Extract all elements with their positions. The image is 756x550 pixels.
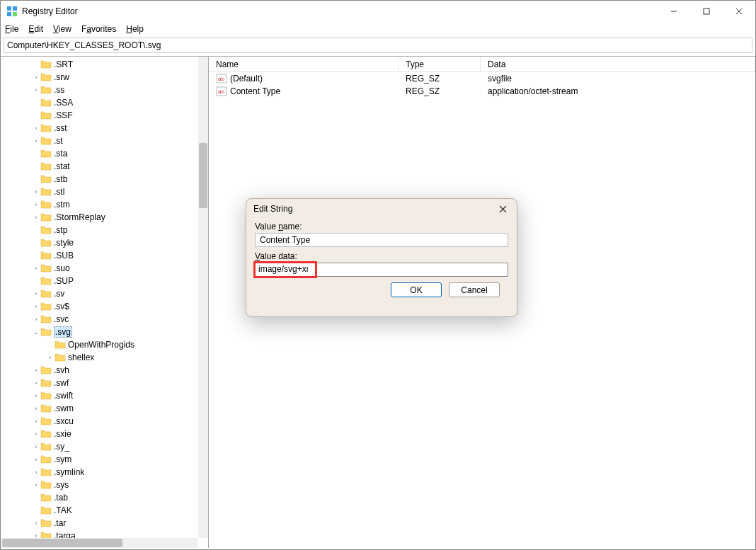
expander-icon[interactable]: ›	[32, 74, 40, 81]
expander-icon[interactable]	[32, 150, 40, 157]
expander-icon[interactable]: ›	[32, 188, 40, 195]
expander-icon[interactable]	[32, 277, 40, 285]
tree-item[interactable]: ›.svc	[6, 313, 208, 326]
tree-item[interactable]: ›.swf	[6, 377, 208, 389]
expander-icon[interactable]	[32, 112, 40, 119]
menu-help[interactable]: Help	[126, 24, 144, 34]
tree-item[interactable]: ›.st	[6, 134, 208, 147]
tree-item[interactable]: ›.sst	[6, 122, 208, 134]
tree-item-label: .svh	[54, 365, 69, 375]
tree-item[interactable]: .SUB	[6, 249, 208, 262]
expander-icon[interactable]: ›	[32, 125, 40, 132]
expander-icon[interactable]: ›	[32, 481, 40, 488]
menu-edit[interactable]: Edit	[28, 24, 43, 34]
expander-icon[interactable]	[32, 494, 40, 501]
vertical-scrollbar[interactable]	[198, 57, 208, 538]
tree-item[interactable]: ›.sys	[6, 479, 208, 491]
tree-item[interactable]: ›.symlink	[6, 466, 208, 479]
tree-item[interactable]: OpenWithProgids	[6, 338, 208, 351]
expander-icon[interactable]: ›	[32, 392, 40, 399]
folder-icon	[40, 225, 52, 235]
tree-item[interactable]: .SRT	[6, 58, 208, 71]
tree-item[interactable]: .style	[6, 236, 208, 249]
tree-item[interactable]: ›.sy_	[6, 440, 208, 453]
tree-item[interactable]: ›shellex	[6, 351, 208, 364]
col-header-name[interactable]: Name	[209, 57, 399, 71]
expander-icon[interactable]	[32, 99, 40, 106]
menu-favorites[interactable]: Favorites	[81, 24, 116, 34]
tree-item[interactable]: ⌄.svg	[6, 326, 208, 338]
tree-item[interactable]: ›.sv$	[6, 300, 208, 313]
expander-icon[interactable]: ›	[32, 379, 40, 386]
tree-item[interactable]: ›.sxie	[6, 428, 208, 440]
ok-button[interactable]: OK	[391, 282, 442, 297]
tree-item[interactable]: ›.sv	[6, 287, 208, 300]
folder-icon	[40, 161, 52, 171]
folder-icon	[40, 149, 52, 159]
tree-item[interactable]: ›.svh	[6, 364, 208, 377]
list-row[interactable]: abContent TypeREG_SZapplication/octet-st…	[209, 85, 755, 98]
tree-item[interactable]: .sta	[6, 147, 208, 160]
expander-icon[interactable]	[32, 507, 40, 514]
expander-icon[interactable]: ›	[32, 418, 40, 425]
value-data-input[interactable]	[256, 263, 311, 275]
expander-icon[interactable]: ⌄	[32, 328, 40, 336]
expander-icon[interactable]: ›	[32, 316, 40, 323]
tree-item[interactable]: ›.swm	[6, 402, 208, 415]
tree-item[interactable]: ›.stm	[6, 198, 208, 211]
dialog-close-button[interactable]	[496, 202, 510, 216]
maximize-button[interactable]	[690, 1, 723, 22]
expander-icon[interactable]: ›	[32, 265, 40, 272]
tree-item[interactable]: .SSA	[6, 96, 208, 109]
expander-icon[interactable]: ›	[32, 137, 40, 144]
minimize-button[interactable]	[658, 1, 690, 22]
tree-item[interactable]: ›.sym	[6, 453, 208, 466]
tree-item[interactable]: .stb	[6, 173, 208, 185]
value-name-field[interactable]: Content Type	[255, 233, 508, 247]
menu-view[interactable]: View	[53, 24, 71, 34]
address-bar[interactable]: Computer\HKEY_CLASSES_ROOT\.svg	[4, 38, 752, 53]
tree-item[interactable]: ›.stl	[6, 185, 208, 198]
horizontal-scrollbar[interactable]	[1, 538, 198, 548]
expander-icon[interactable]	[46, 341, 55, 348]
expander-icon[interactable]: ›	[32, 214, 40, 221]
expander-icon[interactable]	[32, 176, 40, 183]
tree-item[interactable]: .SSF	[6, 109, 208, 122]
tree-item[interactable]: .SUP	[6, 275, 208, 287]
expander-icon[interactable]	[32, 61, 40, 68]
expander-icon[interactable]: ›	[32, 456, 40, 463]
expander-icon[interactable]: ›	[32, 430, 40, 437]
tree-item[interactable]: ›.suo	[6, 262, 208, 275]
list-row[interactable]: ab(Default)REG_SZsvgfile	[209, 72, 755, 85]
tree-item[interactable]: .stp	[6, 224, 208, 236]
tree-item[interactable]: ›.swift	[6, 389, 208, 402]
expander-icon[interactable]	[32, 163, 40, 170]
tree-item[interactable]: .tab	[6, 491, 208, 504]
expander-icon[interactable]: ›	[32, 443, 40, 450]
folder-icon	[40, 59, 52, 69]
expander-icon[interactable]: ›	[32, 201, 40, 208]
menu-file[interactable]: File	[5, 24, 18, 34]
cancel-button[interactable]: Cancel	[449, 282, 500, 297]
expander-icon[interactable]: ›	[32, 367, 40, 374]
expander-icon[interactable]: ›	[32, 86, 40, 93]
tree-item[interactable]: ›.tar	[6, 517, 208, 529]
expander-icon[interactable]: ›	[32, 290, 40, 297]
tree-item[interactable]: ›.ss	[6, 84, 208, 96]
tree-item[interactable]: ›.srw	[6, 71, 208, 84]
tree-item[interactable]: ›.StormReplay	[6, 211, 208, 224]
expander-icon[interactable]: ›	[32, 405, 40, 412]
tree-item[interactable]: .TAK	[6, 504, 208, 517]
expander-icon[interactable]: ›	[32, 469, 40, 476]
expander-icon[interactable]: ›	[46, 354, 55, 361]
expander-icon[interactable]	[32, 239, 40, 246]
tree-item[interactable]: ›.sxcu	[6, 415, 208, 428]
expander-icon[interactable]: ›	[32, 303, 40, 310]
col-header-data[interactable]: Data	[481, 57, 755, 71]
col-header-type[interactable]: Type	[399, 57, 481, 71]
close-button[interactable]	[723, 1, 755, 22]
expander-icon[interactable]	[32, 252, 40, 259]
tree-item[interactable]: .stat	[6, 160, 208, 173]
expander-icon[interactable]: ›	[32, 520, 40, 527]
expander-icon[interactable]	[32, 227, 40, 234]
